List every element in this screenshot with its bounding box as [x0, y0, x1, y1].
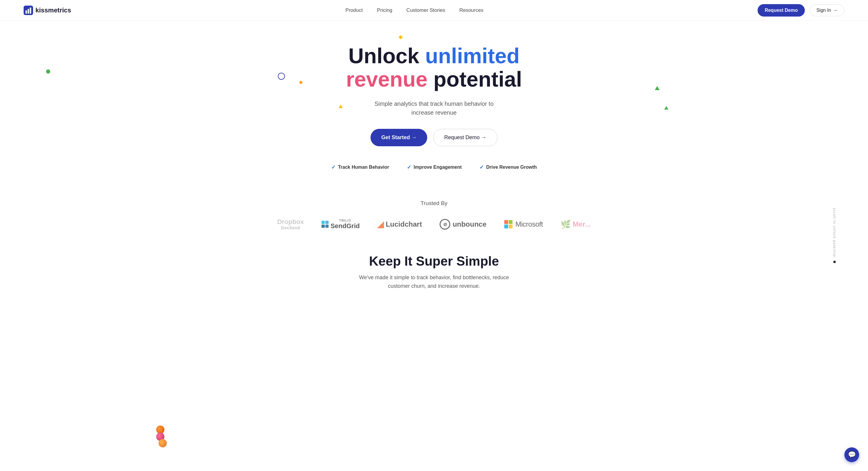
ms-yellow: [509, 225, 513, 228]
hero-title-unlock: Unlock: [348, 44, 425, 68]
nav-links: Product Pricing Customer Stories Resourc…: [345, 7, 483, 13]
unbounce-circle-icon: ⊘: [440, 219, 450, 230]
mercor-icon: 🌿: [561, 219, 571, 229]
decoration-dot-green: [46, 69, 50, 73]
signin-arrow-icon: →: [833, 8, 838, 13]
unbounce-circle-symbol: ⊘: [443, 222, 447, 227]
decoration-triangle-green2: [664, 106, 669, 110]
logo-link[interactable]: kissmetrics: [24, 6, 71, 15]
decoration-triangle-green: [655, 86, 659, 90]
scroll-dot: [833, 261, 836, 263]
logo-lucidchart: ◢ Lucidchart: [377, 219, 422, 229]
hero-title-revenue: revenue: [346, 67, 428, 91]
logo-mercor: 🌿 Mer...: [561, 219, 591, 229]
hero-features: ✓ Track Human Behavior ✓ Improve Engagem…: [6, 164, 862, 171]
request-demo-nav-button[interactable]: Request Demo: [757, 4, 805, 17]
ms-red: [504, 220, 508, 224]
logo-unbounce: ⊘ unbounce: [440, 219, 487, 230]
trusted-label: Trusted By: [24, 200, 844, 207]
feature-label-1: Track Human Behavior: [338, 165, 389, 170]
sendgrid-sq3: [321, 225, 325, 228]
feature-engage: ✓ Improve Engagement: [407, 164, 462, 171]
feature-label-3: Drive Revenue Growth: [486, 165, 537, 170]
hero-section: Unlock unlimited revenue potential Simpl…: [0, 21, 868, 188]
logo-icon: [24, 6, 33, 15]
mercor-text: Mer...: [573, 220, 591, 228]
dropbox-docsend-text: Dropbox DocSend: [277, 218, 304, 230]
navbar: kissmetrics Product Pricing Customer Sto…: [0, 0, 868, 21]
get-started-button[interactable]: Get Started →: [371, 129, 427, 146]
hero-title: Unlock unlimited revenue potential: [301, 44, 567, 91]
nav-pricing[interactable]: Pricing: [377, 7, 392, 13]
section-bottom-title: Keep It Super Simple: [24, 254, 844, 269]
sendgrid-main-label: SendGrid: [330, 222, 360, 230]
decoration-circle-outline: [278, 73, 285, 80]
check-icon-3: ✓: [479, 164, 484, 171]
nav-actions: Request Demo Sign In →: [757, 4, 844, 17]
request-demo-hero-button[interactable]: Request Demo →: [433, 129, 497, 146]
microsoft-grid-icon: [504, 220, 513, 228]
lucidchart-text: Lucidchart: [385, 220, 422, 228]
decoration-dot-yellow-top: [399, 35, 403, 39]
logo-dropbox-docsend: Dropbox DocSend: [277, 218, 304, 230]
hero-buttons: Get Started → Request Demo →: [6, 129, 862, 146]
sendgrid-squares-icon: [321, 221, 329, 228]
svg-rect-3: [30, 7, 31, 13]
logos-row: Dropbox DocSend TWILIO SendGrid ◢ Lucidc…: [24, 218, 844, 230]
nav-resources[interactable]: Resources: [459, 7, 483, 13]
microsoft-text: Microsoft: [516, 220, 543, 228]
check-icon-1: ✓: [331, 164, 336, 171]
logo-text: kissmetrics: [35, 6, 71, 14]
sendgrid-sq4: [326, 225, 329, 228]
svg-rect-1: [25, 10, 27, 13]
lucidchart-icon: ◢: [377, 219, 384, 229]
feature-label-2: Improve Engagement: [414, 165, 462, 170]
svg-rect-2: [28, 9, 29, 13]
hero-subtitle: Simple analytics that track human behavi…: [363, 99, 505, 117]
sendgrid-sq2: [326, 221, 329, 224]
sendgrid-sub-label: TWILIO: [330, 219, 360, 222]
ms-blue: [504, 225, 508, 228]
decoration-triangle-yellow: [339, 105, 343, 108]
nav-product[interactable]: Product: [345, 7, 363, 13]
section-bottom: Keep It Super Simple We've made it simpl…: [0, 236, 868, 296]
sign-in-button[interactable]: Sign In →: [810, 4, 844, 16]
logo-microsoft: Microsoft: [504, 220, 543, 228]
feature-revenue: ✓ Drive Revenue Growth: [479, 164, 537, 171]
hero-title-potential: potential: [428, 67, 522, 91]
check-icon-2: ✓: [407, 164, 411, 171]
sendgrid-sq1: [321, 221, 325, 224]
section-bottom-subtitle: We've made it simple to track behavior, …: [348, 273, 520, 291]
ms-green: [509, 220, 513, 224]
sendgrid-text: TWILIO SendGrid: [330, 219, 360, 230]
trusted-section: Trusted By Dropbox DocSend TWILIO SendGr…: [0, 188, 868, 236]
logo-sendgrid: TWILIO SendGrid: [321, 219, 360, 230]
nav-customer-stories[interactable]: Customer Stories: [407, 7, 445, 13]
unbounce-text: unbounce: [453, 220, 487, 228]
scroll-indicator: scroll to unlock potential: [833, 208, 836, 263]
feature-track: ✓ Track Human Behavior: [331, 164, 389, 171]
scroll-text: scroll to unlock potential: [833, 208, 836, 258]
hero-title-unlimited: unlimited: [425, 44, 520, 68]
